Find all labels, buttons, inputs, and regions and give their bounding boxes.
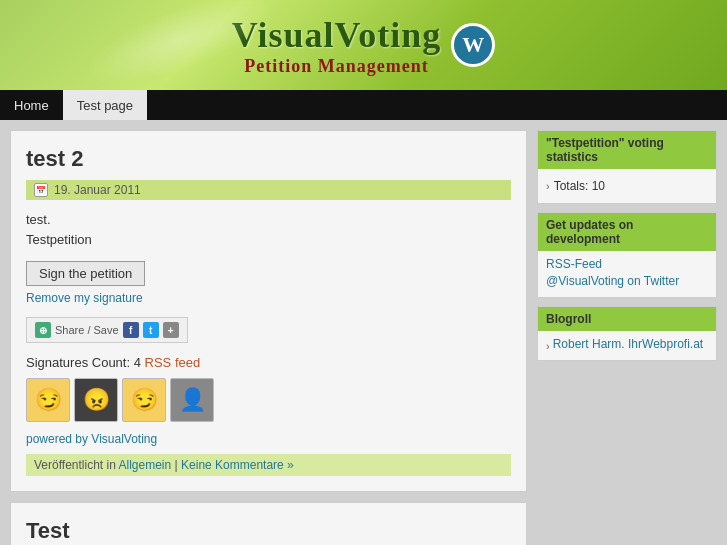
nav-tab-home[interactable]: Home <box>0 90 63 120</box>
twitter-sidebar-link[interactable]: @VisualVoting on Twitter <box>546 274 708 288</box>
wp-logo: W <box>451 23 495 67</box>
avatar-row: 😏 😠 😏 👤 <box>26 378 511 422</box>
post-date-bar-1: 📅 19. Januar 2011 <box>26 180 511 200</box>
site-title-text: VisualVoting Petition Management <box>232 14 441 77</box>
category-link[interactable]: Allgemein <box>119 458 172 472</box>
post-card-2: Test 📅 3. Dezember 2010 This is the test… <box>10 502 527 545</box>
calendar-icon-1: 📅 <box>34 183 48 197</box>
nav-bar: Home Test page <box>0 90 727 120</box>
comments-link[interactable]: Keine Kommentare » <box>181 458 294 472</box>
page-layout: test 2 📅 19. Januar 2011 test. Testpetit… <box>0 120 727 545</box>
blogroll-title: Blogroll <box>538 307 716 331</box>
get-updates-widget: Get updates on development RSS-Feed @Vis… <box>537 212 717 298</box>
get-updates-title: Get updates on development <box>538 213 716 251</box>
blogroll-chevron-icon: › <box>546 340 550 352</box>
blogroll-content: › Robert Harm. IhrWebprofi.at <box>538 331 716 360</box>
main-content: test 2 📅 19. Januar 2011 test. Testpetit… <box>10 130 527 545</box>
signatures-count: Signatures Count: 4 RSS feed <box>26 355 511 370</box>
blogroll-widget: Blogroll › Robert Harm. IhrWebprofi.at <box>537 306 717 361</box>
totals-row: › Totals: 10 <box>546 175 708 197</box>
sign-petition-button[interactable]: Sign the petition <box>26 261 145 286</box>
rss-feed-link[interactable]: RSS feed <box>145 355 201 370</box>
post-body-line1-1: test. <box>26 210 511 230</box>
site-title: VisualVoting Petition Management W <box>232 14 495 77</box>
share-label: Share / Save <box>55 324 119 336</box>
powered-by-link[interactable]: powered by VisualVoting <box>26 432 511 446</box>
voting-stats-title: "Testpetition" voting statistics <box>538 131 716 169</box>
facebook-share-icon[interactable]: f <box>123 322 139 338</box>
avatar-3: 😏 <box>122 378 166 422</box>
post-footer-1: Veröffentlicht in Allgemein | Keine Komm… <box>26 454 511 476</box>
post-body-1: test. Testpetition <box>26 210 511 249</box>
post-date-1: 19. Januar 2011 <box>54 183 141 197</box>
avatar-2: 😠 <box>74 378 118 422</box>
voting-stats-content: › Totals: 10 <box>538 169 716 203</box>
chevron-right-icon: › <box>546 180 550 192</box>
share-main-icon: ⊕ <box>35 322 51 338</box>
get-updates-content: RSS-Feed @VisualVoting on Twitter <box>538 251 716 297</box>
rss-feed-sidebar-link[interactable]: RSS-Feed <box>546 257 708 271</box>
post-title-1: test 2 <box>26 146 511 172</box>
post-card-1: test 2 📅 19. Januar 2011 test. Testpetit… <box>10 130 527 492</box>
twitter-share-icon[interactable]: t <box>143 322 159 338</box>
blogroll-link[interactable]: Robert Harm. IhrWebprofi.at <box>553 337 704 351</box>
site-title-main: VisualVoting <box>232 14 441 56</box>
site-header: VisualVoting Petition Management W <box>0 0 727 90</box>
misc-share-icon[interactable]: + <box>163 322 179 338</box>
nav-tab-testpage[interactable]: Test page <box>63 90 147 120</box>
post-body-line2-1: Testpetition <box>26 230 511 250</box>
remove-signature-link[interactable]: Remove my signature <box>26 291 511 305</box>
post-title-2: Test <box>26 518 511 544</box>
voting-stats-widget: "Testpetition" voting statistics › Total… <box>537 130 717 204</box>
sidebar: "Testpetition" voting statistics › Total… <box>537 130 717 545</box>
avatar-1: 😏 <box>26 378 70 422</box>
share-bar: ⊕ Share / Save f t + <box>26 317 188 343</box>
site-title-sub: Petition Management <box>232 56 441 77</box>
avatar-4: 👤 <box>170 378 214 422</box>
